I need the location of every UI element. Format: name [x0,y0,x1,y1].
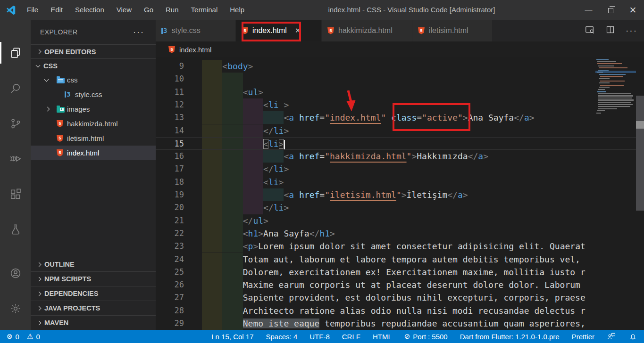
close-button[interactable]: ✕ [622,0,644,20]
line-number: 22 [156,227,184,240]
status-cursor-position[interactable]: Ln 15, Col 17 [211,333,253,341]
status-language-mode[interactable]: HTML [373,333,392,341]
scrollbar-thumb[interactable] [636,96,644,211]
section-maven[interactable]: MAVEN [31,315,156,330]
minimap[interactable] [595,57,636,330]
token: > [529,113,535,122]
indent-guide [222,266,243,278]
indent-guide [222,227,243,240]
workspace-section[interactable]: CSS [31,58,156,73]
activity-accounts-icon[interactable] [0,260,31,286]
annotation-arrow [343,89,361,113]
tab-style.css[interactable]: 3style.css [156,20,236,41]
code-text: Sapiente provident, est doloribus nihil … [243,291,585,304]
file-link: hakkimizda.html [330,151,407,161]
more-actions-icon[interactable]: ··· [133,27,144,37]
status-live-server-port-label: Port : 5500 [413,333,447,341]
window-title: index.html - CSS - Visual Studio Code [A… [264,0,559,20]
code-text: Nemo iste eaque temporibus repudiandae a… [243,317,585,330]
tree-item-images[interactable]: images [31,102,156,116]
more-editor-actions-icon[interactable]: ··· [626,25,637,36]
menu-terminal[interactable]: Terminal [185,0,224,20]
status-prettier[interactable]: Prettier [572,333,594,341]
minimize-button[interactable]: — [577,0,600,20]
activity-extensions-icon[interactable] [0,181,31,207]
token: > [284,164,289,174]
chevron-slot [45,79,57,81]
token: < [284,190,289,200]
tree-item-iletisim.html[interactable]: 5iletisim.html [31,131,156,146]
indent-guide [222,304,243,317]
code-line: 15<li> [156,137,644,150]
section-outline[interactable]: OUTLINE [31,257,156,271]
html-icon: 5 [168,46,175,53]
tab-iletisim.html[interactable]: 5iletisim.html [412,20,493,41]
token: </ [468,151,478,161]
menu-view[interactable]: View [110,0,138,20]
file-icon-slot: 5 [57,135,67,142]
status-indentation[interactable]: Spaces: 4 [266,333,298,341]
line-number: 9 [156,60,184,73]
indent-guide [222,240,243,253]
status-dart-version[interactable]: Dart from Flutter: 1.21.0-1.0.pre [460,333,560,341]
section-java-projects[interactable]: JAVA PROJECTS [31,301,156,315]
minimap-line [598,93,631,94]
restore-button[interactable] [600,0,622,20]
menu-go[interactable]: Go [138,0,159,20]
split-editor-icon[interactable] [605,24,615,37]
tree-item-style.css[interactable]: 3style.css [31,87,156,102]
token: < [263,177,268,187]
menu-selection[interactable]: Selection [69,0,110,20]
scrollbar-handle[interactable] [636,121,644,129]
status-eol[interactable]: CRLF [342,333,360,341]
tab-hakkimizda.html[interactable]: 5hakkimizda.html [322,20,412,41]
menu-file[interactable]: File [21,0,44,20]
token: li [268,139,279,149]
status-notifications[interactable] [628,332,637,341]
indent-guide [243,111,263,124]
activity-run-debug-icon[interactable] [0,146,31,172]
code-editor[interactable]: 29Nemo iste eaque temporibus repudiandae… [156,57,644,330]
indent-guide [202,214,222,227]
status-live-server-port[interactable]: ⊘Port : 5500 [404,332,448,341]
token: h1 [319,229,330,238]
tree-item-hakkimizda.html[interactable]: 5hakkimizda.html [31,116,156,131]
minimap-line [598,98,632,98]
section-label: NPM SCRIPTS [44,275,91,283]
minimap-line [598,102,631,103]
status-encoding[interactable]: UTF-8 [309,333,330,341]
token: " [396,190,401,200]
problems-warnings[interactable]: ⚠ 0 [27,332,40,341]
indent-guide [263,150,284,163]
activity-search-icon[interactable] [0,75,31,101]
menu-help[interactable]: Help [224,0,251,20]
status-feedback[interactable] [607,332,616,341]
open-preview-icon[interactable] [585,24,595,37]
section-npm-scripts[interactable]: NPM SCRIPTS [31,271,156,286]
indent-guide [202,188,222,201]
breadcrumb-item[interactable]: index.html [179,46,211,54]
tree-item-index.html[interactable]: 5index.html [31,146,156,160]
indent-guide [222,278,243,291]
code-line: 24Totam aut, laborum et labore tempora a… [156,253,644,266]
code-text: <body> [222,60,253,73]
tree-item-css[interactable]: css [31,73,156,87]
problems-errors[interactable]: ⊗ 0 [7,332,19,341]
chevron-right-icon [37,320,42,325]
section-dependencies[interactable]: DEPENDENCIES [31,286,156,301]
activity-explorer-icon[interactable] [0,40,31,66]
editor-scrollbar[interactable] [636,57,644,330]
activity-testing-icon[interactable] [0,216,31,243]
menu-run[interactable]: Run [159,0,185,20]
indent-guide [202,111,222,124]
breadcrumb[interactable]: 5 index.html [156,41,644,57]
token: Hakkımızda [417,151,468,161]
menu-edit[interactable]: Edit [44,0,69,20]
activity-source-control-icon[interactable] [0,110,31,137]
indent-guide [263,188,284,201]
minimap-line [600,76,623,77]
indent-guide [202,73,222,85]
open-editors-section[interactable]: OPEN EDITORS [31,44,156,58]
activity-settings-icon[interactable] [0,295,31,322]
indent-guide [243,163,263,175]
